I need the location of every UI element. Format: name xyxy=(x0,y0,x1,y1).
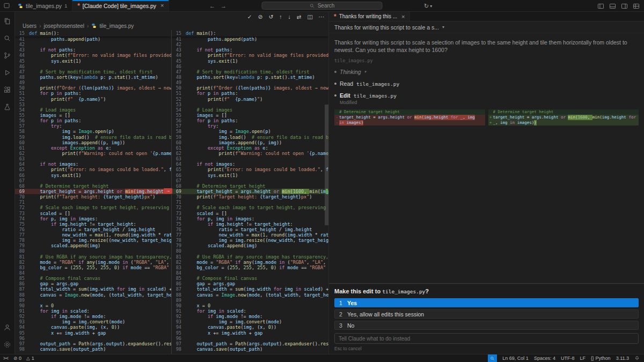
edit-option-1[interactable]: 1Yes xyxy=(334,298,639,307)
source-control-icon[interactable] xyxy=(2,50,13,61)
language-mode[interactable]: {}Python xyxy=(591,356,611,361)
undo-icon[interactable]: ↺ xyxy=(268,14,273,20)
customize-layout-icon[interactable] xyxy=(633,3,640,10)
line-number: 90 xyxy=(15,303,29,308)
code-line: 75 if img.height != target_height: xyxy=(15,221,171,227)
cursor-position[interactable]: Ln 69, Col 1 xyxy=(502,356,529,361)
code-line: 72 # Scale each image to target height, … xyxy=(15,205,171,210)
code-line: 91 for img in scaled: xyxy=(15,308,171,314)
code-line: 81 # Use RGBA if any source image has tr… xyxy=(15,254,171,260)
app-menu-icon[interactable] xyxy=(0,0,13,11)
chat-tab[interactable]: * Thanks for writing this ... × xyxy=(329,12,410,21)
code-line: 91 for img in scaled: xyxy=(172,308,328,314)
remote-indicator[interactable]: >< xyxy=(3,356,9,361)
session-dropdown[interactable]: Thanks for writing this script to scale … xyxy=(329,21,644,33)
tell-claude-input[interactable] xyxy=(334,333,639,344)
edit-option-2[interactable]: 2Yes, allow all edits this session xyxy=(334,309,639,319)
code-line: 66 sys.exit(1) xyxy=(15,173,171,178)
code-line: 84 xyxy=(172,270,328,276)
diff-editor[interactable]: 15def main(): 41 paths.append(path)4243 … xyxy=(15,30,328,354)
editor-tab-1[interactable]: tile_images.py1 xyxy=(13,0,72,11)
option-number: 2 xyxy=(339,311,343,317)
code-line: 84 xyxy=(15,270,171,276)
code-line: 62 print(f"Warning: could not open '{p.n… xyxy=(172,151,328,156)
account-icon[interactable] xyxy=(2,322,13,333)
line-number: 42 xyxy=(15,42,29,47)
status-search-icon[interactable] xyxy=(488,354,497,362)
breadcrumb-item[interactable]: josephrosensteel xyxy=(43,23,84,29)
line-number: 75 xyxy=(172,221,186,227)
code-line: 63 xyxy=(15,156,171,161)
code-line: 60 images.append((p, img)) xyxy=(15,140,171,145)
previous-change-icon[interactable]: ↑ xyxy=(279,14,282,20)
breadcrumb-file[interactable]: tile_images.py xyxy=(99,23,134,29)
line-number: 44 xyxy=(15,53,29,58)
explorer-icon[interactable] xyxy=(2,16,13,26)
next-change-icon[interactable]: ↓ xyxy=(288,14,291,20)
line-number: 61 xyxy=(172,145,186,151)
extensions-icon[interactable] xyxy=(2,84,13,95)
errors-indicator[interactable]: ⊘0 xyxy=(13,356,21,361)
line-number: 74 xyxy=(172,216,186,221)
line-number: 91 xyxy=(15,308,29,314)
search-sidebar-icon[interactable] xyxy=(2,33,13,43)
eol[interactable]: LF xyxy=(580,356,586,361)
breadcrumb-item[interactable]: Users xyxy=(23,23,36,29)
notifications-bell-icon[interactable] xyxy=(634,356,640,361)
encoding[interactable]: UTF-8 xyxy=(561,356,575,361)
code-line: 43 if not paths: xyxy=(172,47,328,53)
code-line: 46 xyxy=(172,64,328,69)
chat-tab-label: Thanks for writing this ... xyxy=(339,13,397,19)
toggle-secondary-sidebar-icon[interactable] xyxy=(621,3,628,10)
line-number: 63 xyxy=(15,156,29,161)
python-interpreter[interactable]: 3.11.3 xyxy=(616,356,629,361)
read-step[interactable]: Read tile_images.py xyxy=(334,80,639,87)
settings-gear-icon[interactable] xyxy=(2,339,13,350)
close-icon[interactable]: × xyxy=(401,13,405,20)
edit-step[interactable]: Edit tile_images.py xyxy=(334,92,639,99)
split-editor-icon[interactable]: ◫ xyxy=(308,14,313,20)
code-line: 97 output_path = Path(args.output).expan… xyxy=(172,341,328,346)
code-line: 71 xyxy=(172,200,328,205)
code-line: 55 images = [] xyxy=(172,113,328,118)
breadcrumb-separator-icon: › xyxy=(39,23,41,29)
swap-diff-sides-icon[interactable]: ⇄ xyxy=(297,14,302,20)
thinking-step[interactable]: Thinking ▾ xyxy=(334,69,639,75)
code-line: 90 x = 0 xyxy=(15,303,171,308)
line-number: 95 xyxy=(172,330,186,336)
line-number: 89 xyxy=(15,298,29,303)
toggle-panel-icon[interactable] xyxy=(609,3,616,10)
code-line: 56 for p in paths: xyxy=(172,118,328,123)
diff-original-pane[interactable]: 15def main(): 41 paths.append(path)4243 … xyxy=(15,30,172,354)
line-number: 92 xyxy=(15,314,29,319)
editor-scrollbar[interactable] xyxy=(325,105,328,225)
nav-forward-icon[interactable]: → xyxy=(221,3,226,9)
indentation[interactable]: Spaces: 4 xyxy=(534,356,555,361)
nav-back-icon[interactable]: ← xyxy=(209,3,215,9)
testing-beaker-icon[interactable] xyxy=(2,101,13,112)
command-center-search[interactable]: Search xyxy=(262,2,383,10)
search-icon xyxy=(310,3,315,9)
discard-change-icon[interactable]: ⊘ xyxy=(258,14,263,20)
line-number: 52 xyxy=(172,97,186,102)
warnings-indicator[interactable]: △1 xyxy=(26,356,34,361)
refresh-control[interactable]: ↻ ▾ xyxy=(424,0,432,12)
revert-change-arrow-icon[interactable]: → xyxy=(164,188,172,194)
line-number: 52 xyxy=(15,97,29,102)
accept-change-icon[interactable]: ✓ xyxy=(247,14,252,20)
editor-tab-2[interactable]: *[Claude Code] tile_images.py× xyxy=(72,0,169,11)
toggle-primary-sidebar-icon[interactable] xyxy=(597,3,604,10)
sticky-scroll-line: 15def main(): xyxy=(15,30,171,36)
edit-option-3[interactable]: 3No xyxy=(334,321,639,330)
line-number: 49 xyxy=(15,80,29,85)
diff-modified-pane[interactable]: 15def main(): 41 paths.append(path)4243 … xyxy=(172,30,328,354)
line-number: 72 xyxy=(172,205,186,210)
code-line: 51 for p in paths: xyxy=(172,91,328,96)
diff-preview-line: +target_height = args.height or min(1600… xyxy=(488,115,639,120)
line-number: 68 xyxy=(172,183,186,189)
more-actions-icon[interactable]: ⋯ xyxy=(319,14,325,20)
close-icon[interactable]: × xyxy=(160,3,164,9)
code-line: 80 xyxy=(172,248,328,254)
code-line: 67 xyxy=(172,178,328,183)
run-debug-icon[interactable] xyxy=(2,67,13,78)
